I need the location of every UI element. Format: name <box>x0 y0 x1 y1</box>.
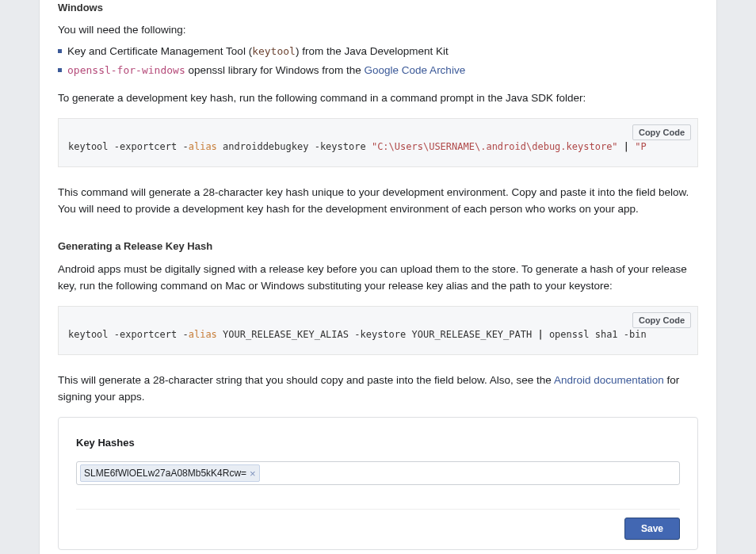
code-scroll-area[interactable]: keytool -exportcert -alias YOUR_RELEASE_… <box>59 307 697 354</box>
code-pipe: | <box>537 329 543 340</box>
code-scroll-area[interactable]: keytool -exportcert -alias androiddebugk… <box>59 119 697 166</box>
card-actions: Save <box>76 509 680 540</box>
copy-code-button[interactable]: Copy Code <box>632 312 691 328</box>
save-button[interactable]: Save <box>624 518 680 540</box>
key-hash-tag: SLME6fWlOELw27aA08Mb5kK4Rcw= × <box>80 464 260 482</box>
windows-reqs-list: Key and Certificate Management Tool (key… <box>58 43 698 79</box>
code-string: "C:\Users\USERNAME\.android\debug.keysto… <box>372 141 618 152</box>
code-seg: keytool -exportcert - <box>68 329 189 340</box>
code-string: "P <box>635 141 646 152</box>
key-hashes-title: Key Hashes <box>76 435 680 451</box>
copy-code-button[interactable]: Copy Code <box>632 124 691 140</box>
code-seg: openssl sha1 -bin <box>544 329 647 340</box>
key-hash-text-input[interactable] <box>262 465 676 481</box>
list-item: Key and Certificate Management Tool (key… <box>58 43 698 60</box>
text-segment: ) from the Java Development Kit <box>296 45 449 57</box>
scroll-filler <box>647 149 697 150</box>
code-seg: YOUR_RELEASE_KEY_ALIAS -keystore YOUR_RE… <box>217 329 538 340</box>
code-content: keytool -exportcert -alias YOUR_RELEASE_… <box>59 307 697 354</box>
key-hash-value: SLME6fWlOELw27aA08Mb5kK4Rcw= <box>84 466 246 480</box>
text-segment: Key and Certificate Management Tool ( <box>67 45 252 57</box>
windows-heading: Windows <box>58 0 698 16</box>
code-keytool: keytool <box>252 45 296 57</box>
android-documentation-link[interactable]: Android documentation <box>554 374 664 386</box>
list-item: openssl-for-windows openssl library for … <box>58 62 698 79</box>
release-hash-explain: This will generate a 28-character string… <box>58 373 698 406</box>
text-segment: openssl library for Windows from the <box>185 64 365 76</box>
code-openssl: openssl-for-windows <box>67 64 185 76</box>
code-content: keytool -exportcert -alias androiddebugk… <box>59 119 697 166</box>
code-seg: keytool -exportcert - <box>68 141 189 152</box>
release-heading: Generating a Release Key Hash <box>58 239 698 254</box>
code-block-release-hash: Copy Code keytool -exportcert -alias YOU… <box>58 306 698 355</box>
google-code-archive-link[interactable]: Google Code Archive <box>365 64 466 76</box>
windows-intro: You will need the following: <box>58 22 698 39</box>
code-block-dev-hash: Copy Code keytool -exportcert -alias and… <box>58 118 698 167</box>
code-alias: alias <box>189 141 217 152</box>
remove-tag-icon[interactable]: × <box>250 468 256 479</box>
code-alias: alias <box>189 329 217 340</box>
text-segment: This will generate a 28-character string… <box>58 374 554 386</box>
generate-dev-paragraph: To generate a development key hash, run … <box>58 90 698 107</box>
release-paragraph: Android apps must be digitally signed wi… <box>58 262 698 295</box>
key-hashes-card: Key Hashes SLME6fWlOELw27aA08Mb5kK4Rcw= … <box>58 417 698 551</box>
key-hashes-input[interactable]: SLME6fWlOELw27aA08Mb5kK4Rcw= × <box>76 461 680 485</box>
dev-hash-explain: This command will generate a 28-characte… <box>58 185 698 218</box>
code-seg: androiddebugkey -keystore <box>217 141 372 152</box>
scroll-filler <box>647 337 697 338</box>
code-pipe: | <box>618 141 636 152</box>
